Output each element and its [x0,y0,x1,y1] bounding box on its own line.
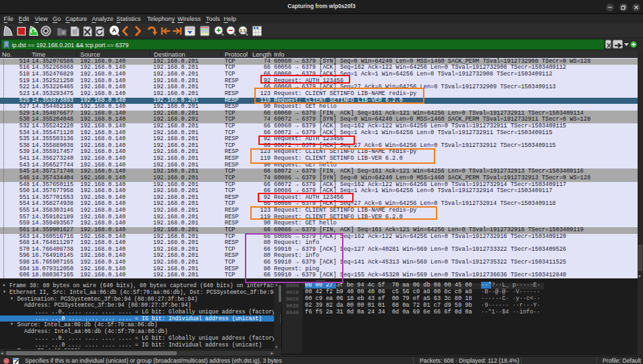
svg-text:1:1: 1:1 [240,28,246,33]
svg-text:A: A [112,27,117,34]
